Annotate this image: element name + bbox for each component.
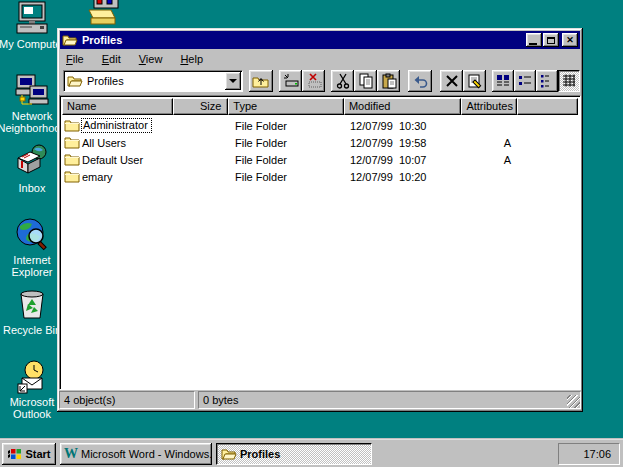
delete-icon [445,74,459,88]
copy-button[interactable] [354,70,377,92]
column-header-stub[interactable] [517,98,578,115]
menu-file[interactable]: File [60,52,90,66]
close-button[interactable]: ✕ [562,33,578,47]
file-modified: 12/07/99 10:07 [345,154,463,166]
desktop-icon-recycle-bin[interactable]: Recycle Bin [2,286,62,336]
large-icons-button[interactable] [492,70,514,92]
cut-button[interactable] [331,70,354,92]
taskbar-button-label: Profiles [240,448,280,460]
list-view-button[interactable] [536,70,558,92]
internet-explorer-icon [14,216,50,252]
my-computer-icon [14,0,50,36]
minimize-button[interactable] [526,33,542,47]
file-attributes: A [463,154,519,166]
column-header-attributes[interactable]: Attributes [461,98,517,115]
folder-open-icon [221,447,237,461]
disconnect-network-drive-icon [306,73,322,89]
folder-icon [64,136,80,149]
paste-button[interactable] [377,70,400,92]
properties-button[interactable] [463,70,486,92]
file-type: File Folder [229,154,345,166]
status-bytes: 0 bytes [198,391,581,409]
file-list-panel: Name Size Type Modified Attributes Admin… [59,95,581,390]
file-type: File Folder [229,137,345,149]
desktop-icon-internet-explorer[interactable]: Internet Explorer [2,216,62,278]
menu-help[interactable]: Help [174,52,209,66]
file-attributes: A [463,137,519,149]
file-name: emary [82,171,113,183]
combobox-dropdown-button[interactable] [225,72,241,90]
table-row[interactable]: All Users File Folder 12/07/99 19:58 A [62,134,578,151]
system-tray: 17:06 [558,443,620,465]
desktop-icon-program[interactable] [75,0,131,26]
undo-button[interactable] [408,70,432,92]
maximize-button[interactable] [543,33,559,47]
network-neighborhood-icon [14,72,50,108]
disconnect-network-drive-button[interactable] [302,70,325,92]
up-one-level-icon [252,73,270,89]
column-header-size[interactable]: Size [173,98,229,115]
folder-icon [64,170,80,183]
delete-button[interactable] [440,70,463,92]
file-modified: 12/07/99 19:58 [345,137,463,149]
folder-open-icon [67,74,83,88]
cut-icon [336,73,350,89]
map-network-drive-icon [283,73,299,89]
start-label: Start [25,448,50,460]
properties-icon [467,73,483,89]
details-view-button[interactable] [558,70,580,92]
start-button[interactable]: Start [2,443,56,465]
toolbar: Profiles [60,67,580,95]
file-type: File Folder [229,171,345,183]
file-modified: 12/07/99 10:30 [345,120,463,132]
desktop-icon-network-neighborhood[interactable]: Network Neighborhood [2,72,62,134]
menu-bar: File Edit View Help [60,50,580,67]
large-icons-icon [495,73,511,89]
program-window-icon [85,0,121,26]
inbox-icon [14,144,50,180]
menu-view[interactable]: View [133,52,169,66]
menu-edit[interactable]: Edit [96,52,127,66]
column-headers: Name Size Type Modified Attributes [62,98,578,115]
clock[interactable]: 17:06 [583,448,611,460]
file-name: Default User [82,154,143,166]
column-header-type[interactable]: Type [228,98,344,115]
resize-grip[interactable] [567,395,580,408]
microsoft-outlook-icon [14,358,50,394]
title-bar[interactable]: Profiles ✕ [60,31,580,49]
explorer-window: Profiles ✕ File Edit View Help Profiles [57,28,583,412]
status-object-count: 4 object(s) [59,391,195,409]
taskbar-button-profiles[interactable]: Profiles [216,443,372,465]
undo-icon [412,74,428,88]
window-title: Profiles [82,34,525,46]
desktop-icon-inbox[interactable]: Inbox [2,144,62,194]
status-bar: 4 object(s) 0 bytes [59,391,581,409]
copy-icon [358,73,374,89]
column-header-name[interactable]: Name [62,98,173,115]
recycle-bin-icon [14,286,50,322]
folder-icon [64,119,80,132]
table-row[interactable]: emary File Folder 12/07/99 10:20 [62,168,578,185]
file-type: File Folder [229,120,345,132]
map-network-drive-button[interactable] [279,70,302,92]
table-row[interactable]: Default User File Folder 12/07/99 10:07 … [62,151,578,168]
address-combobox[interactable]: Profiles [63,70,243,92]
paste-icon [381,73,397,89]
list-view-icon [539,73,555,89]
windows-logo-icon [7,447,22,460]
file-modified: 12/07/99 10:20 [345,171,463,183]
taskbar: Start W Microsoft Word - Windows... Prof… [0,439,623,467]
table-row[interactable]: Administrator File Folder 12/07/99 10:30 [62,117,578,134]
taskbar-button-label: Microsoft Word - Windows... [81,448,212,460]
folder-icon [64,153,80,166]
desktop-icon-my-computer[interactable]: My Computer [2,0,62,50]
small-icons-button[interactable] [514,70,536,92]
desktop-icon-microsoft-outlook[interactable]: Microsoft Outlook [2,358,62,420]
up-one-level-button[interactable] [249,70,273,92]
window-folder-icon [62,33,78,47]
file-name: Administrator [82,119,151,132]
column-header-modified[interactable]: Modified [344,98,462,115]
details-view-icon [561,73,577,89]
address-value: Profiles [87,75,242,87]
taskbar-button-word[interactable]: W Microsoft Word - Windows... [60,443,212,465]
